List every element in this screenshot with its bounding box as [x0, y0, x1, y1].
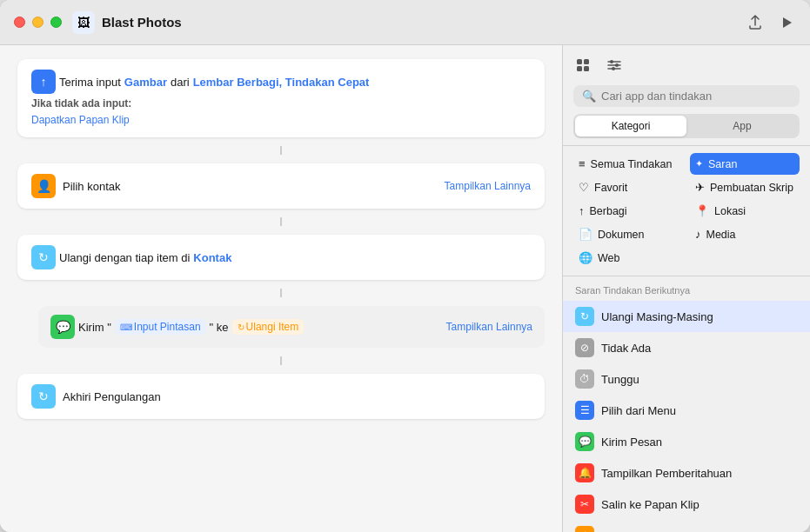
end-loop-icon: ↻ — [31, 384, 56, 409]
cat-label-suggestions: Saran — [708, 158, 737, 170]
from-text: dari — [171, 76, 190, 89]
fallback-action-link[interactable]: Dapatkan Papan Klip — [31, 114, 130, 126]
cat-label-location: Lokasi — [714, 205, 746, 217]
repeat-target-link[interactable]: Kontak — [193, 251, 231, 264]
action-card-end-loop: ↻ Akhiri Pengulangan — [17, 374, 545, 419]
run-button[interactable] — [777, 13, 796, 32]
search-icon: 🔍 — [582, 90, 596, 103]
cat-media[interactable]: ♪ Media — [690, 223, 800, 245]
titlebar: 🖼 Blast Photos — [0, 0, 810, 45]
connector-3 — [280, 289, 282, 297]
right-panel-top: 🔍 Kategori App — [563, 45, 810, 146]
segment-kategori[interactable]: Kategori — [575, 116, 686, 136]
repeat-item-tag[interactable]: ↻Ulangi Item — [232, 319, 305, 335]
right-panel: 🔍 Kategori App ≡ Semua Tindakan ✦ Saran — [562, 45, 810, 532]
panel-icon-1[interactable] — [573, 56, 592, 75]
cat-label-all: Semua Tindakan — [591, 158, 673, 170]
svg-point-8 — [610, 60, 613, 63]
sug-icon-pick-menu: ☰ — [575, 401, 594, 420]
panel-icon-2[interactable] — [605, 56, 624, 75]
segment-app[interactable]: App — [686, 116, 798, 136]
sug-icon-send-message: 💬 — [575, 432, 594, 451]
cat-icon-sharing: ↑ — [579, 204, 585, 217]
suggestion-wait[interactable]: ⏱ Tunggu — [563, 363, 810, 395]
sug-icon-alert: ⚠ — [575, 526, 594, 532]
titlebar-actions — [746, 13, 796, 32]
svg-rect-1 — [577, 59, 582, 64]
suggestion-pick-menu[interactable]: ☰ Pilih dari Menu — [563, 395, 810, 426]
shortcut-input-tag[interactable]: ⌨Input Pintasan — [115, 319, 206, 335]
suggestion-show-alert[interactable]: ⚠ Tampilkan Peringatan — [563, 520, 810, 532]
contact-icon: 👤 — [31, 174, 56, 198]
sug-label-wait: Tunggu — [601, 373, 639, 386]
send-prefix: Kirim " — [78, 321, 111, 334]
action-card-send-message: 💬 Kirim " ⌨Input Pintasan " ke ↻Ulangi I… — [38, 306, 545, 348]
svg-rect-4 — [584, 66, 589, 71]
cat-all-actions[interactable]: ≡ Semua Tindakan — [573, 153, 683, 175]
sug-icon-wait: ⏱ — [575, 369, 594, 389]
cat-sharing[interactable]: ↑ Berbagi — [573, 200, 683, 222]
fallback-label: Jika tidak ada input: — [31, 97, 131, 110]
svg-point-9 — [615, 63, 619, 67]
svg-rect-2 — [584, 59, 589, 64]
cat-icon-location: 📍 — [695, 204, 709, 217]
end-loop-label: Akhiri Pengulangan — [63, 390, 161, 403]
sources-link[interactable]: Lembar Berbagi, Tindakan Cepat — [193, 76, 370, 89]
cat-icon-document: 📄 — [579, 228, 592, 241]
close-button[interactable] — [14, 17, 25, 28]
cat-web[interactable]: 🌐 Web — [573, 247, 683, 269]
panel-icons — [573, 54, 800, 76]
cat-icon-web: 🌐 — [579, 251, 592, 264]
minimize-button[interactable] — [32, 17, 44, 28]
show-more-send[interactable]: Tampilkan Lainnya — [446, 321, 532, 333]
search-bar[interactable]: 🔍 — [573, 85, 800, 107]
search-input[interactable] — [601, 90, 791, 103]
action-card-repeat: ↻ Ulangi dengan tiap item di Kontak — [17, 235, 545, 280]
maximize-button[interactable] — [50, 17, 62, 28]
suggestion-repeat-each[interactable]: ↻ Ulangi Masing-Masing — [563, 301, 810, 332]
show-more-contact[interactable]: Tampilkan Lainnya — [445, 180, 531, 192]
category-grid: ≡ Semua Tindakan ✦ Saran ♡ Favorit ✈ Pem… — [563, 146, 810, 276]
to-text: " ke — [210, 321, 229, 334]
cat-document[interactable]: 📄 Dokumen — [573, 223, 683, 245]
send-icon: 💬 — [50, 315, 75, 339]
sug-icon-nothing: ⊘ — [575, 338, 594, 357]
share-button[interactable] — [746, 13, 765, 32]
repeat-icon: ↻ — [31, 245, 56, 269]
cat-scripting[interactable]: ✈ Pembuatan Skrip — [690, 176, 800, 198]
app-icon: 🖼 — [72, 11, 95, 34]
svg-rect-3 — [577, 66, 582, 71]
suggestion-show-notification[interactable]: 🔔 Tampilkan Pemberitahuan — [563, 457, 810, 489]
receive-label: Terima input — [59, 76, 121, 89]
main-content: ↑ Terima input Gambar dari Lembar Berbag… — [0, 45, 810, 532]
action-card-pick-contact: 👤 Pilih kontak Tampilkan Lainnya — [17, 163, 545, 209]
sug-label-nothing: Tidak Ada — [601, 342, 651, 355]
sug-label-pick-menu: Pilih dari Menu — [601, 404, 676, 417]
suggestions-title: Saran Tindakan Berikutnya — [563, 282, 810, 301]
suggestions-section: Saran Tindakan Berikutnya ↻ Ulangi Masin… — [563, 276, 810, 532]
sug-icon-copy: ✂ — [575, 495, 594, 514]
connector-2 — [280, 217, 282, 226]
cat-icon-suggestions: ✦ — [695, 158, 703, 170]
sug-label-copy: Salin ke Papan Klip — [601, 498, 700, 511]
app-window: 🖼 Blast Photos ↑ Terima input — [0, 0, 810, 532]
suggestion-nothing[interactable]: ⊘ Tidak Ada — [563, 332, 810, 363]
sug-label-repeat-each: Ulangi Masing-Masing — [601, 310, 713, 323]
action-card-receive-input: ↑ Terima input Gambar dari Lembar Berbag… — [17, 59, 545, 137]
cat-label-web: Web — [598, 252, 619, 264]
traffic-lights — [14, 17, 62, 28]
cat-suggestions[interactable]: ✦ Saran — [690, 153, 800, 175]
input-type-link[interactable]: Gambar — [124, 76, 167, 89]
cat-favorites[interactable]: ♡ Favorit — [573, 176, 683, 198]
svg-point-10 — [612, 67, 615, 70]
app-title: Blast Photos — [102, 15, 746, 30]
cat-label-sharing: Berbagi — [590, 205, 627, 217]
cat-icon-scripting: ✈ — [695, 181, 705, 194]
svg-marker-0 — [783, 17, 792, 28]
segment-control: Kategori App — [573, 114, 800, 138]
suggestion-copy-clipboard[interactable]: ✂ Salin ke Papan Klip — [563, 489, 810, 520]
cat-icon-media: ♪ — [695, 228, 701, 241]
left-panel: ↑ Terima input Gambar dari Lembar Berbag… — [0, 45, 562, 532]
suggestion-send-message[interactable]: 💬 Kirim Pesan — [563, 426, 810, 457]
cat-location[interactable]: 📍 Lokasi — [690, 200, 800, 222]
